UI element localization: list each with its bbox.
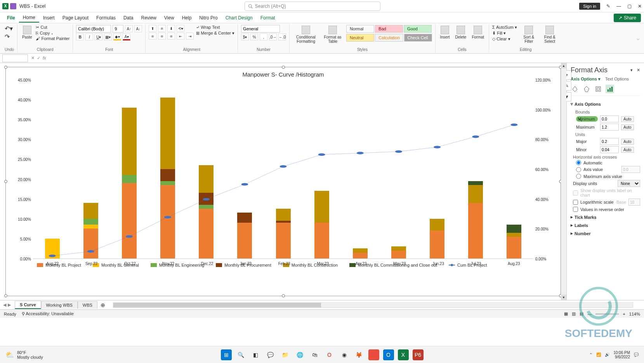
fx-icon[interactable]: fx <box>43 56 46 61</box>
tab-page-layout[interactable]: Page Layout <box>59 14 92 22</box>
orientation-button[interactable]: ⟲▾ <box>177 25 184 32</box>
wrap-text-button[interactable]: ⤶ Wrap Text <box>196 25 234 30</box>
taskbar-outlook-icon[interactable]: O <box>383 349 394 360</box>
text-options-tab[interactable]: Text Options <box>605 77 629 82</box>
copy-button[interactable]: ⎘ Copy ▾ <box>36 31 69 35</box>
tray-notifications-icon[interactable]: 💬 <box>634 353 639 357</box>
taskbar-app-icon[interactable] <box>368 349 379 360</box>
taskbar-weather[interactable]: ⛅ 80°FMostly cloudy <box>5 350 43 360</box>
chart-plot-area[interactable]: 0.00%5.00%10.00%15.00%20.00%25.00%30.00%… <box>33 80 533 259</box>
paste-button[interactable]: Paste <box>21 25 34 40</box>
y-axis-left[interactable]: 0.00%5.00%10.00%15.00%20.00%25.00%30.00%… <box>12 80 31 259</box>
name-box[interactable] <box>2 54 28 62</box>
minimize-button[interactable]: — <box>616 3 621 9</box>
style-neutral[interactable]: Neutral <box>346 34 374 42</box>
tab-home[interactable]: Home <box>19 13 39 23</box>
align-bottom-button[interactable]: ⬇ <box>167 25 175 32</box>
taskbar-excel-icon[interactable]: X <box>398 349 409 360</box>
enter-formula-icon[interactable]: ✓ <box>37 56 40 61</box>
chart-handle[interactable] <box>282 66 285 69</box>
bounds-max-auto[interactable]: Auto <box>621 124 634 130</box>
taskbar-start-icon[interactable]: ⊞ <box>221 349 232 360</box>
sheet-nav-prev[interactable]: ◀ <box>3 302 6 307</box>
maximize-button[interactable]: ▢ <box>627 3 632 9</box>
comma-button[interactable]: , <box>260 33 267 40</box>
border-button[interactable]: ▦▾ <box>104 33 112 40</box>
pane-close-icon[interactable]: ✕ <box>637 68 640 73</box>
format-cells-button[interactable]: Format <box>470 25 486 40</box>
crosses-value-radio[interactable] <box>576 167 581 172</box>
merge-center-button[interactable]: ⊞ Merge & Center ▾ <box>196 31 234 36</box>
reverse-check[interactable] <box>573 207 578 212</box>
taskbar-taskview-icon[interactable]: ◧ <box>250 349 261 360</box>
tab-format[interactable]: Format <box>257 14 279 22</box>
chart-handle[interactable] <box>4 66 7 69</box>
increase-decimal-button[interactable]: .0→ <box>269 33 277 40</box>
format-painter-button[interactable]: 🖌 Format Painter <box>36 36 69 41</box>
chart-title[interactable]: Manpower S- Curve /Histogram <box>6 67 561 80</box>
units-major-input[interactable] <box>600 138 619 145</box>
sheet-tab-working[interactable]: Working WBS <box>41 301 78 309</box>
search-box[interactable]: Search (Alt+Q) <box>245 2 380 11</box>
effects-icon[interactable] <box>582 85 591 93</box>
tray-date[interactable]: 9/6/2022 <box>613 355 630 359</box>
align-middle-button[interactable]: ≡ <box>158 25 166 32</box>
sort-filter-button[interactable]: Sort & Filter <box>519 25 538 44</box>
taskbar-chrome-icon[interactable]: ◉ <box>339 349 350 360</box>
sheet-tab-wbs[interactable]: WBS <box>78 301 97 309</box>
axis-options-icon[interactable] <box>606 85 614 93</box>
view-normal-icon[interactable]: ▦ <box>564 311 568 316</box>
currency-button[interactable]: $▾ <box>241 33 249 40</box>
zoom-level[interactable]: 114% <box>629 312 640 316</box>
crosses-max-radio[interactable] <box>576 174 581 179</box>
taskbar-explorer-icon[interactable]: 📁 <box>280 349 291 360</box>
taskbar-store-icon[interactable]: 🛍 <box>309 349 320 360</box>
font-family-select[interactable] <box>76 25 111 33</box>
log-scale-check[interactable] <box>573 200 578 205</box>
italic-button[interactable]: I <box>85 33 93 40</box>
tray-volume-icon[interactable]: 🔊 <box>605 353 609 357</box>
tab-view[interactable]: View <box>160 14 178 22</box>
delete-cells-button[interactable]: Delete <box>454 25 468 40</box>
decrease-decimal-button[interactable]: ←.0 <box>278 33 286 40</box>
font-size-select[interactable] <box>113 25 123 33</box>
tab-review[interactable]: Review <box>137 14 160 22</box>
taskbar-search-icon[interactable]: 🔍 <box>236 349 246 360</box>
view-break-icon[interactable]: ▤ <box>580 311 583 316</box>
bounds-min-input[interactable] <box>600 115 619 122</box>
style-calculation[interactable]: Calculation <box>375 34 403 42</box>
chart-object[interactable]: + ✎ ▼ Manpower S- Curve /Histogram 0.00%… <box>5 67 561 296</box>
sheet-tab-s-curve[interactable]: S Curve <box>15 301 41 309</box>
font-color-button[interactable]: A▾ <box>123 33 130 40</box>
insert-cells-button[interactable]: Insert <box>439 25 451 40</box>
indent-inc-button[interactable]: ⇥ <box>186 33 194 40</box>
y-axis-right[interactable]: 0.00%20.00%40.00%60.00%80.00%100.00%120.… <box>535 80 557 259</box>
align-left-button[interactable]: ≡ <box>149 33 156 40</box>
tray-time[interactable]: 10:06 PM <box>613 351 630 355</box>
number-section[interactable]: ▸ Number <box>571 229 640 237</box>
bounds-max-input[interactable] <box>600 124 619 131</box>
indent-dec-button[interactable]: ⇤ <box>177 33 184 40</box>
formula-input[interactable] <box>49 54 642 62</box>
status-accessibility[interactable]: ⚲ Accessibility: Unavailable <box>22 311 74 316</box>
horizontal-scrollbar[interactable] <box>113 302 633 308</box>
chart-handle[interactable] <box>4 294 7 297</box>
align-top-button[interactable]: ⬆ <box>149 25 156 32</box>
save-icon[interactable] <box>10 3 16 9</box>
underline-button[interactable]: U▾ <box>95 33 102 40</box>
units-minor-auto[interactable]: Auto <box>621 147 634 153</box>
tab-formulas[interactable]: Formulas <box>92 14 120 22</box>
tray-chevron-icon[interactable]: ⌃ <box>589 353 592 357</box>
axis-options-tab[interactable]: Axis Options ▾ <box>571 77 601 82</box>
units-minor-input[interactable] <box>600 146 619 153</box>
tab-chart-design[interactable]: Chart Design <box>222 14 257 22</box>
fill-color-button[interactable]: ◆▾ <box>113 33 121 40</box>
zoom-in-button[interactable]: + <box>623 312 625 316</box>
crosses-automatic-radio[interactable] <box>576 160 581 165</box>
style-good[interactable]: Good <box>404 25 432 33</box>
style-bad[interactable]: Bad <box>375 25 403 33</box>
units-major-auto[interactable]: Auto <box>621 139 634 145</box>
pane-options-icon[interactable]: ▾ <box>630 68 633 73</box>
format-as-table-button[interactable]: Format as Table <box>321 25 344 44</box>
ribbon-collapse-button[interactable]: ⌵ <box>634 24 642 52</box>
